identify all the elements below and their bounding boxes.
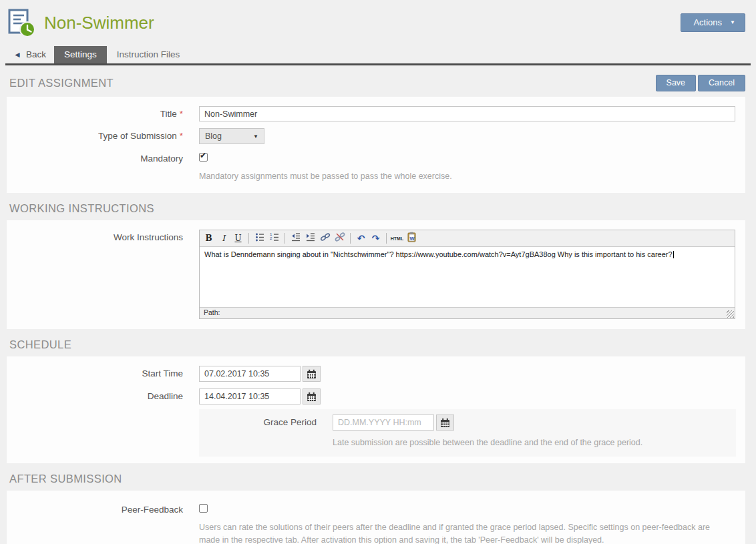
back-link-label: Back: [26, 49, 46, 59]
start-time-label: Start Time: [7, 366, 199, 382]
tab-instruction-files[interactable]: Instruction Files: [107, 46, 190, 63]
svg-text:2: 2: [270, 236, 272, 240]
remove-link-button[interactable]: [333, 232, 347, 245]
text-cursor: [673, 251, 674, 258]
calendar-icon: [307, 369, 317, 379]
tab-settings[interactable]: Settings: [54, 46, 107, 63]
deadline-input[interactable]: [199, 388, 301, 404]
title-row: Title*: [7, 103, 745, 125]
editor-toolbar: B I U 12 ↶ ↷: [200, 230, 735, 247]
italic-icon: I: [222, 234, 225, 243]
page-header: Non-Swimmer Actions ▼: [0, 0, 756, 38]
insert-link-button[interactable]: [318, 232, 332, 245]
insert-link-icon: [320, 232, 331, 245]
page-title: Non-Swimmer: [44, 13, 154, 33]
bullet-list-button[interactable]: [252, 232, 266, 245]
html-source-button[interactable]: HTML: [390, 232, 404, 245]
peer-feedback-row: Peer-Feedback Users can rate the solutio…: [7, 497, 745, 544]
mandatory-label: Mandatory: [7, 151, 199, 183]
required-asterisk: *: [180, 131, 183, 141]
actions-button[interactable]: Actions ▼: [681, 13, 745, 32]
outdent-icon: [291, 232, 301, 245]
grace-period-label: Grace Period: [199, 415, 333, 449]
bold-button[interactable]: B: [202, 232, 216, 245]
paste-from-word-icon: W: [407, 232, 417, 245]
deadline-label: Deadline: [7, 388, 199, 404]
outdent-button[interactable]: [289, 232, 303, 245]
mandatory-row: Mandatory Mandatory assignments must be …: [7, 148, 745, 186]
toolbar-separator: [248, 233, 249, 244]
start-time-calendar-button[interactable]: [303, 366, 321, 382]
calendar-icon: [440, 418, 450, 428]
save-button-top[interactable]: Save: [656, 75, 697, 91]
grace-period-input[interactable]: [333, 415, 434, 431]
editor-path-label: Path:: [204, 308, 220, 316]
bullet-list-icon: [254, 232, 265, 245]
numbered-list-icon: 12: [269, 232, 280, 245]
grace-period-row: Grace Period Late submission are possibl…: [199, 415, 736, 449]
peer-feedback-label: Peer-Feedback: [7, 502, 199, 544]
edit-assignment-heading: EDIT ASSIGNMENT: [9, 77, 114, 89]
required-asterisk: *: [180, 109, 183, 119]
editor-resize-handle[interactable]: [727, 310, 734, 318]
redo-button[interactable]: ↷: [369, 232, 383, 245]
html-source-icon: HTML: [391, 236, 403, 241]
after-submission-heading-row: AFTER SUBMISSION: [7, 463, 745, 491]
work-instructions-row: Work Instructions B I U 12: [7, 226, 745, 322]
undo-icon: ↶: [357, 233, 365, 244]
numbered-list-button[interactable]: 12: [267, 232, 281, 245]
schedule-heading-row: SCHEDULE: [7, 329, 745, 356]
chevron-down-icon: ▼: [253, 133, 258, 140]
top-form-buttons: SaveCancel: [656, 75, 745, 91]
tab-bar: ◄ Back Settings Instruction Files: [5, 46, 751, 65]
assignment-with-clock-icon: [7, 9, 37, 38]
calendar-icon: [307, 392, 317, 402]
main-content: EDIT ASSIGNMENT SaveCancel Title* Type o…: [0, 65, 756, 544]
type-of-submission-value: Blog: [205, 131, 222, 141]
working-instructions-heading: WORKING INSTRUCTIONS: [9, 202, 154, 215]
title-input[interactable]: [199, 106, 735, 121]
bold-icon: B: [205, 234, 212, 243]
deadline-row: Deadline: [7, 385, 745, 408]
svg-text:W: W: [409, 236, 415, 242]
toolbar-separator: [350, 233, 351, 244]
back-link[interactable]: ◄ Back: [9, 46, 54, 63]
grace-period-byline: Late submission are possible between the…: [333, 437, 736, 449]
cancel-button-top[interactable]: Cancel: [698, 75, 745, 91]
title-label: Title*: [7, 106, 199, 121]
indent-button[interactable]: [303, 232, 317, 245]
italic-button[interactable]: I: [216, 232, 230, 245]
mandatory-checkbox[interactable]: [199, 153, 208, 162]
underline-icon: U: [234, 234, 241, 243]
deadline-calendar-button[interactable]: [303, 388, 321, 404]
working-instructions-panel: Work Instructions B I U 12: [7, 220, 745, 329]
chevron-left-icon: ◄: [13, 50, 21, 59]
after-submission-heading: AFTER SUBMISSION: [9, 473, 122, 485]
type-of-submission-row: Type of Submission* Blog ▼: [7, 125, 745, 148]
work-instructions-editor-content[interactable]: What is Denndemann singing about in "Nic…: [200, 247, 735, 307]
schedule-heading: SCHEDULE: [9, 338, 71, 351]
indent-icon: [305, 232, 316, 245]
actions-button-label: Actions: [693, 17, 722, 27]
toolbar-separator: [285, 233, 285, 244]
schedule-panel: Start Time Deadline Grace Period Late su…: [7, 356, 745, 463]
work-instructions-label: Work Instructions: [7, 230, 199, 319]
type-of-submission-select[interactable]: Blog ▼: [199, 128, 264, 144]
working-instructions-heading-row: WORKING INSTRUCTIONS: [7, 193, 745, 220]
chevron-down-icon: ▼: [730, 20, 735, 25]
start-time-input[interactable]: [199, 366, 301, 382]
grace-period-subpanel: Grace Period Late submission are possibl…: [199, 409, 736, 456]
editor-path-bar: Path:: [200, 307, 735, 318]
after-submission-panel: Peer-Feedback Users can rate the solutio…: [7, 491, 745, 544]
underline-button[interactable]: U: [231, 232, 245, 245]
paste-from-word-button[interactable]: W: [405, 232, 419, 245]
start-time-row: Start Time: [7, 362, 745, 385]
grace-period-calendar-button[interactable]: [436, 415, 454, 431]
undo-button[interactable]: ↶: [354, 232, 368, 245]
edit-assignment-heading-row: EDIT ASSIGNMENT SaveCancel: [7, 65, 745, 97]
redo-icon: ↷: [372, 233, 380, 244]
peer-feedback-checkbox[interactable]: [199, 504, 208, 513]
mandatory-byline: Mandatory assignments must be passed to …: [199, 170, 735, 183]
rich-text-editor: B I U 12 ↶ ↷: [199, 230, 735, 319]
peer-feedback-byline: Users can rate the solutions of their pe…: [199, 521, 735, 544]
